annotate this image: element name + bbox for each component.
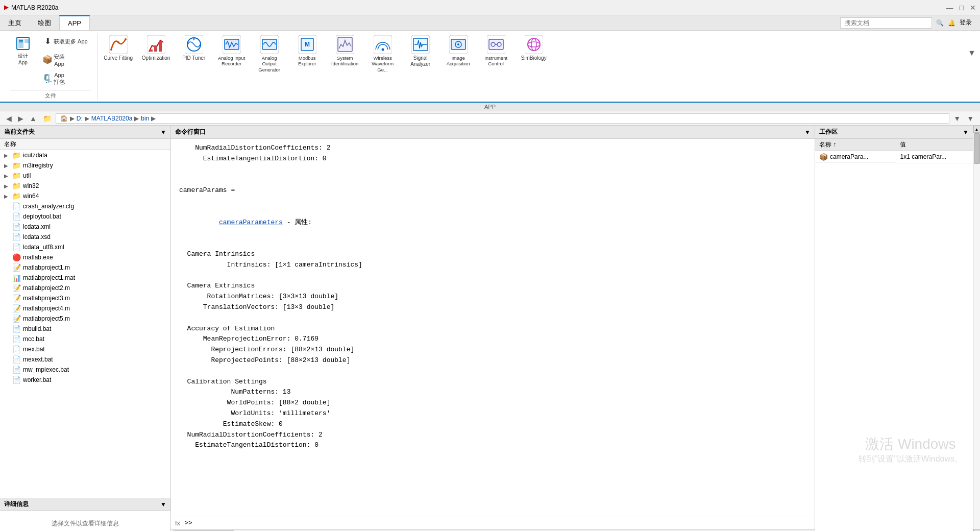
nav-forward-button[interactable]: ▶ [16, 113, 26, 124]
app-icons-area: Curve Fitting Optimization [100, 33, 552, 75]
menu-app[interactable]: APP [59, 15, 90, 30]
right-edge-scrollbar[interactable]: ▲ ▼ [973, 126, 980, 531]
bat-file-icon: 📄 [12, 325, 21, 333]
analog-output-generator-button[interactable]: Analog OutputGenerator [251, 33, 288, 75]
design-app-label: 设计App [18, 53, 28, 65]
output-line: NumRadialDistortionCoefficients: 2 [179, 430, 806, 441]
list-item[interactable]: ▶ 📝 matlabproject1.m [0, 262, 170, 273]
modbus-explorer-button[interactable]: M ModbusExplorer [289, 33, 326, 69]
menu-home[interactable]: 主页 [0, 15, 30, 30]
maximize-button[interactable]: □ [960, 4, 964, 12]
output-line: EstimateTangentialDistortion: 0 [179, 440, 806, 451]
instrument-control-button[interactable]: InstrumentControl [478, 33, 514, 69]
wireless-waveform-button[interactable]: WirelessWaveform Ge... [364, 33, 401, 75]
nav-up-button[interactable]: ▲ [28, 113, 39, 124]
path-bin[interactable]: bin [141, 115, 149, 122]
list-item[interactable]: ▶ 📄 mw_mpiexec.bat [0, 365, 170, 375]
list-item[interactable]: ▶ 📁 win32 [0, 181, 170, 191]
file-name: m3iregistry [23, 162, 53, 169]
address-path[interactable]: 🏠 ▶ D: ▶ MATLAB2020a ▶ bin ▶ [56, 113, 949, 124]
list-item[interactable]: ▶ 📄 lcdata_utf8.xml [0, 242, 170, 252]
list-item[interactable]: ▶ 📝 matlabproject3.m [0, 293, 170, 303]
install-app-button[interactable]: 📦 安装App [38, 51, 91, 69]
horizontal-scrollbar[interactable] [171, 529, 815, 531]
list-item[interactable]: ▶ 📊 matlabproject1.mat [0, 273, 170, 283]
curve-fitting-button[interactable]: Curve Fitting [100, 33, 137, 64]
workspace-row[interactable]: 📦 cameraPara... 1x1 cameraPar... [815, 151, 973, 163]
bat-file-icon: 📄 [12, 355, 21, 364]
path-matlab[interactable]: MATLAB2020a [91, 115, 133, 122]
login-button[interactable]: 登录 [960, 18, 972, 27]
list-item[interactable]: ▶ 🔴 matlab.exe [0, 252, 170, 262]
search-icon[interactable]: 🔍 [936, 19, 944, 27]
list-item[interactable]: ▶ 📁 m3iregistry [0, 160, 170, 171]
search-input[interactable] [840, 17, 932, 29]
menu-plot[interactable]: 绘图 [30, 15, 59, 30]
pack-app-button[interactable]: 🗜️ App打包 [38, 70, 91, 88]
list-item[interactable]: ▶ 📝 matlabproject4.m [0, 303, 170, 313]
simbiology-button[interactable]: SimBiology [516, 33, 552, 64]
list-item[interactable]: ▶ 📄 crash_analyzer.cfg [0, 201, 170, 211]
svg-point-7 [117, 41, 119, 43]
ribbon-group-label-files: 文件 [10, 90, 91, 100]
workspace-expand-icon[interactable]: ▼ [963, 129, 969, 136]
camera-parameters-link[interactable]: cameraParameters [219, 219, 283, 226]
minimize-button[interactable]: — [946, 4, 953, 12]
list-item[interactable]: ▶ 📄 deploytool.bat [0, 211, 170, 222]
close-button[interactable]: ✕ [970, 4, 976, 12]
file-name: icutzdata [23, 152, 47, 159]
scroll-thumb[interactable] [974, 133, 980, 164]
output-line: Camera Extrinsics [179, 281, 806, 292]
list-item[interactable]: ▶ 📁 util [0, 171, 170, 181]
list-item[interactable]: ▶ 📄 mexext.bat [0, 354, 170, 365]
details-expand-icon[interactable]: ▼ [160, 501, 166, 508]
design-app-button[interactable]: 设计App [10, 33, 36, 68]
address-bar-options-button[interactable]: ▼ [965, 113, 976, 124]
command-window-expand-icon[interactable]: ▼ [804, 129, 811, 136]
file-browser-expand-icon[interactable]: ▼ [160, 129, 166, 136]
expand-arrow-icon: ▶ [4, 153, 10, 158]
list-item[interactable]: ▶ 📄 worker.bat [0, 375, 170, 385]
title-bar: ▶ MATLAB R2020a — □ ✕ [0, 0, 980, 15]
analog-input-recorder-button[interactable]: Analog InputRecorder [213, 33, 250, 69]
svg-point-6 [110, 49, 112, 51]
ribbon-expand-button[interactable]: ▼ [968, 33, 976, 74]
notification-icon[interactable]: 🔔 [948, 19, 955, 27]
mat-file-icon: 📊 [12, 274, 21, 282]
output-line: NumRadialDistortionCoefficients: 2 [179, 143, 806, 154]
signal-analyzer-button[interactable]: Signal Analyzer [402, 33, 439, 70]
scroll-track[interactable] [973, 133, 981, 529]
list-item[interactable]: ▶ 📄 lcdata.xsd [0, 232, 170, 242]
list-item[interactable]: ▶ 📝 matlabproject2.m [0, 283, 170, 293]
nav-back-button[interactable]: ◀ [4, 113, 14, 124]
list-item[interactable]: ▶ 📝 matlabproject5.m [0, 313, 170, 324]
instrument-control-icon [487, 35, 505, 54]
command-window-content[interactable]: NumRadialDistortionCoefficients: 2 Estim… [171, 139, 815, 517]
optimization-button[interactable]: Optimization [138, 33, 175, 64]
path-d-drive[interactable]: D: [77, 115, 83, 122]
list-item[interactable]: ▶ 📄 lcdata.xml [0, 222, 170, 232]
list-item[interactable]: ▶ 📄 mex.bat [0, 344, 170, 354]
file-name: matlabproject1.mat [23, 274, 75, 281]
list-item[interactable]: ▶ 📄 mcc.bat [0, 334, 170, 344]
scroll-up-button[interactable]: ▲ [973, 126, 981, 133]
scroll-down-button[interactable]: ▼ [973, 529, 981, 531]
workspace-name-column[interactable]: 名称 ↑ [815, 139, 896, 151]
watermark-title: 激活 Windows [865, 436, 955, 452]
list-item[interactable]: ▶ 📁 icutzdata [0, 150, 170, 160]
list-item[interactable]: ▶ 📁 win64 [0, 191, 170, 201]
file-name: matlabproject4.m [23, 305, 70, 312]
get-more-apps-button[interactable]: ⬇ 获取更多 App [38, 33, 91, 50]
nav-browse-button[interactable]: 📁 [41, 113, 54, 124]
install-label: 安装App [54, 53, 65, 67]
list-item[interactable]: ▶ 📄 mbuild.bat [0, 324, 170, 334]
command-input[interactable] [197, 519, 811, 527]
pid-tuner-button[interactable]: PID Tuner [176, 33, 212, 64]
cfg-file-icon: 📄 [12, 202, 21, 210]
address-bar-expand-button[interactable]: ▼ [951, 113, 963, 124]
image-acquisition-button[interactable]: ImageAcquisition [440, 33, 477, 69]
exe-file-icon: 🔴 [12, 253, 21, 261]
system-identification-button[interactable]: SystemIdentification [327, 33, 363, 69]
bat-file-icon: 📄 [12, 345, 21, 353]
svg-point-8 [125, 38, 127, 40]
